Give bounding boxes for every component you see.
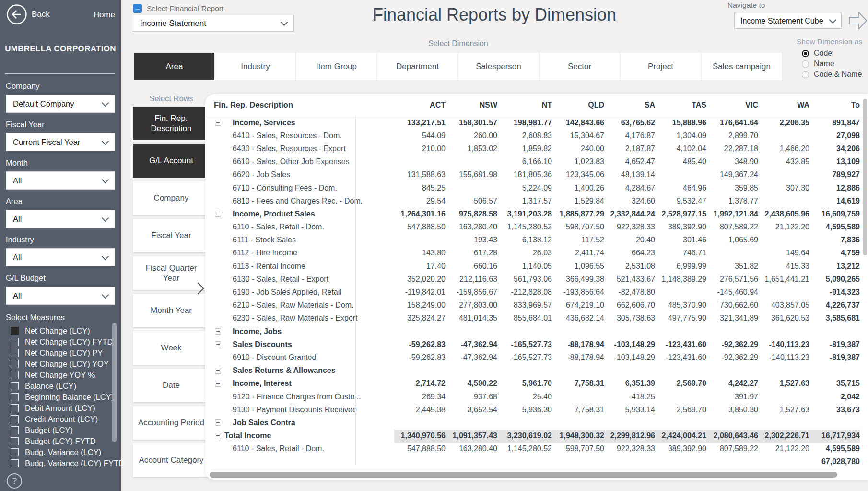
- row-button-month-year[interactable]: Month Year: [133, 294, 210, 327]
- tab-project[interactable]: Project: [621, 53, 701, 80]
- navigate-select[interactable]: Income Statement Cube: [734, 13, 842, 29]
- table-cell: 21,122.20: [758, 223, 809, 231]
- tab-department[interactable]: Department: [377, 53, 457, 80]
- table-cell: -88,178.94: [552, 353, 604, 362]
- row-button-week[interactable]: Week: [133, 331, 210, 365]
- measure-checkbox[interactable]: [11, 404, 19, 412]
- measure-net-change-lcy-py[interactable]: Net Change (LCY) PY: [6, 347, 110, 359]
- row-label: 6620 - Job Sales: [233, 170, 290, 179]
- collapse-minus-icon[interactable]: [215, 120, 221, 126]
- filter-label: G/L Budget: [6, 274, 115, 284]
- row-label: 6110 - Sales, Retail - Dom.: [233, 223, 324, 231]
- collapse-minus-icon[interactable]: [215, 341, 221, 347]
- table-cell: 2,299,812.96: [604, 430, 655, 443]
- horizontal-scrollbar[interactable]: [210, 472, 837, 478]
- filter-select-area[interactable]: All: [6, 210, 115, 228]
- tab-salesperson[interactable]: Salesperson: [458, 53, 539, 80]
- measure-beginning-balance-lcy[interactable]: Beginning Balance (LCY): [6, 392, 110, 403]
- company-name: UMBRELLA CORPORATION: [0, 44, 121, 54]
- filter-select-month[interactable]: All: [6, 171, 115, 190]
- help-icon[interactable]: ?: [7, 473, 22, 489]
- vertical-scrollbar[interactable]: [863, 99, 867, 255]
- row-button-date[interactable]: Date: [133, 369, 210, 402]
- back-icon: [6, 4, 27, 25]
- navigate-arrow-icon[interactable]: [847, 10, 868, 34]
- table-cell: 16,717,934: [809, 430, 860, 443]
- measure-checkbox[interactable]: [11, 349, 19, 357]
- tab-area[interactable]: Area: [134, 53, 214, 80]
- tab-item-group[interactable]: Item Group: [296, 53, 376, 80]
- measure-budg-variance-lcy-fytd[interactable]: Budg. Variance (LCY) FYTD: [6, 458, 110, 469]
- row-button-fiscal-year[interactable]: Fiscal Year: [133, 219, 210, 252]
- row-description: 6230 - Sales, Raw Materials - Export: [205, 312, 394, 325]
- measure-net-change-yoy[interactable]: Net Change YOY %: [6, 370, 110, 381]
- measure-budget-lcy-fytd[interactable]: Budget (LCY) FYTD: [6, 436, 110, 447]
- row-label: 6190 - Job Sales Applied, Retail: [233, 288, 341, 297]
- row-button-fin-rep-description[interactable]: Fin. Rep. Description: [133, 107, 210, 140]
- measures-scrollbar[interactable]: [112, 323, 117, 442]
- table-cell: 352,020.20: [394, 275, 446, 284]
- filter-panel: CompanyDefault CompanyFiscal YearCurrent…: [6, 82, 115, 312]
- table-cell: 181,805.36: [497, 170, 552, 179]
- collapse-minus-icon[interactable]: [215, 419, 221, 426]
- row-button-accounting-period[interactable]: Accounting Period: [133, 406, 210, 440]
- row-button-g-l-account[interactable]: G/L Account: [133, 144, 210, 178]
- row-button-account-category[interactable]: Account Category: [133, 443, 210, 477]
- table-cell: 158,301.57: [446, 119, 497, 127]
- row-description: 6130 - Sales, Retail - Export: [205, 273, 394, 286]
- table-cell: 27,098: [809, 132, 860, 140]
- measure-checkbox[interactable]: [11, 327, 19, 335]
- filter-select-industry[interactable]: All: [6, 248, 115, 266]
- collapse-minus-icon[interactable]: [215, 368, 221, 374]
- collapse-minus-icon[interactable]: [215, 433, 221, 439]
- table-cell: 15,888.96: [655, 119, 706, 127]
- table-cell: 807,589.22: [706, 223, 758, 231]
- back-button[interactable]: Back: [6, 4, 50, 25]
- radio-name[interactable]: Name: [802, 59, 862, 69]
- filter-select-company[interactable]: Default Company: [6, 95, 115, 113]
- column-header-tas: TAS: [655, 101, 706, 109]
- tab-sales-campaign[interactable]: Sales campaign: [702, 53, 782, 80]
- row-description: Income, Services: [205, 116, 394, 129]
- table-cell: 415.33: [758, 262, 809, 271]
- table-row: 6113 - Rental Income17.40660.161,140.051…: [205, 260, 868, 273]
- report-table-card: Fin. Rep. Description ACTNSWNTQLDSATASVI…: [205, 94, 868, 480]
- filter-select-fiscal-year[interactable]: Current Fiscal Year: [6, 133, 115, 151]
- collapse-minus-icon[interactable]: [215, 381, 221, 387]
- measure-checkbox[interactable]: [11, 338, 19, 346]
- show-dimension-radios: CodeNameCode & Name: [802, 48, 862, 80]
- measure-balance-lcy[interactable]: Balance (LCY): [6, 381, 110, 392]
- measure-credit-amount-lcy[interactable]: Credit Amount (LCY): [6, 414, 110, 425]
- filter-select-g-l-budget[interactable]: All: [6, 287, 115, 305]
- measure-budg-variance-lcy[interactable]: Budg. Variance (LCY): [6, 447, 110, 458]
- radio-code-name[interactable]: Code & Name: [802, 69, 862, 80]
- measure-checkbox[interactable]: [11, 448, 19, 456]
- tab-industry[interactable]: Industry: [215, 53, 295, 80]
- table-cell: 5,933.14: [604, 406, 655, 414]
- home-button[interactable]: Home: [94, 10, 115, 20]
- filter-industry: IndustryAll: [6, 235, 115, 266]
- collapse-minus-icon[interactable]: [215, 211, 221, 217]
- table-row: 6910 - Discount Granted-59,262.83-47,362…: [205, 351, 868, 364]
- measure-checkbox[interactable]: [11, 360, 19, 368]
- radio-code[interactable]: Code: [802, 48, 862, 59]
- measure-net-change-lcy-yoy[interactable]: Net Change (LCY) YOY: [6, 359, 110, 370]
- tab-sector[interactable]: Sector: [540, 53, 620, 80]
- collapse-minus-icon[interactable]: [215, 328, 221, 335]
- table-row: 6430 - Sales, Resources - Export210.001,…: [205, 142, 868, 155]
- row-button-company[interactable]: Company: [133, 181, 210, 215]
- measure-net-change-lcy-fytd[interactable]: Net Change (LCY) FYTD: [6, 336, 110, 347]
- measure-checkbox[interactable]: [11, 415, 19, 423]
- table-cell: 674,219.10: [552, 301, 604, 310]
- measure-checkbox[interactable]: [11, 426, 19, 434]
- measure-checkbox[interactable]: [11, 437, 19, 445]
- column-header-wa: WA: [758, 101, 809, 109]
- measure-checkbox[interactable]: [11, 371, 19, 379]
- measure-checkbox[interactable]: [11, 382, 19, 390]
- measure-net-change-lcy[interactable]: Net Change (LCY): [6, 325, 110, 336]
- measure-checkbox[interactable]: [11, 459, 19, 467]
- measure-debit-amount-lcy[interactable]: Debit Amount (LCY): [6, 403, 110, 414]
- measure-budget-lcy[interactable]: Budget (LCY): [6, 425, 110, 436]
- table-cell: 277,803.00: [446, 301, 497, 310]
- measure-checkbox[interactable]: [11, 393, 19, 401]
